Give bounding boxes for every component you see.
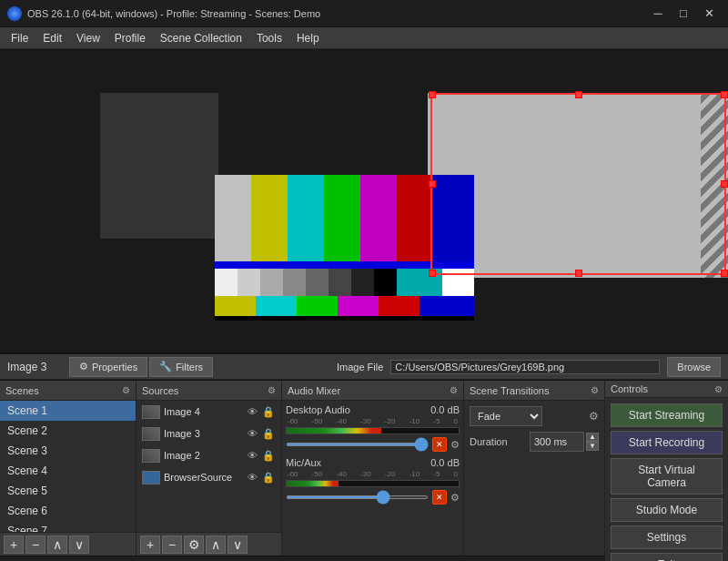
- visibility-toggle-image2[interactable]: 👁: [245, 448, 259, 463]
- transitions-options-icon[interactable]: ⚙: [591, 385, 599, 395]
- visibility-toggle-image4[interactable]: 👁: [245, 404, 259, 419]
- transition-gear-icon[interactable]: ⚙: [589, 410, 599, 423]
- scenes-title: Scenes: [5, 385, 39, 396]
- source-thumb-image2: [142, 449, 160, 463]
- scene-item-7[interactable]: Scene 7: [0, 521, 136, 532]
- start-streaming-button[interactable]: Start Streaming: [611, 403, 723, 427]
- scene-down-button[interactable]: ∨: [69, 536, 89, 554]
- transition-type-select[interactable]: Fade Cut Swipe Slide: [470, 406, 542, 426]
- source-item-browser[interactable]: BrowserSource 👁 🔒: [136, 466, 281, 488]
- desktop-meter-ticks: -60 -50 -40 -30 -20 -10 -5 0: [286, 417, 460, 425]
- start-virtual-camera-button[interactable]: Start Virtual Camera: [611, 458, 723, 495]
- audio-channel-desktop: Desktop Audio 0.0 dB -60 -50 -40 -30 -20…: [286, 404, 460, 452]
- filters-icon: 🔧: [159, 361, 172, 372]
- scenes-panel-header: Scenes ⚙: [0, 381, 136, 401]
- mixer-panel-header: Audio Mixer ⚙: [282, 381, 463, 401]
- scene-item-2[interactable]: Scene 2: [0, 421, 136, 441]
- scene-item-5[interactable]: Scene 5: [0, 481, 136, 501]
- scene-item-6[interactable]: Scene 6: [0, 501, 136, 521]
- menu-help[interactable]: Help: [289, 27, 327, 48]
- scene-list: Scene 1 Scene 2 Scene 3 Scene 4 Scene 5 …: [0, 401, 136, 532]
- source-up-button[interactable]: ∧: [206, 536, 226, 554]
- desktop-volume-slider[interactable]: [286, 443, 429, 446]
- studio-mode-button[interactable]: Studio Mode: [611, 498, 723, 522]
- mic-mute-button[interactable]: ✕: [432, 490, 447, 505]
- title-bar-left: OBS 26.1.0 (64-bit, windows) - Profile: …: [7, 6, 320, 21]
- source-actions-image4: 👁 🔒: [245, 404, 276, 419]
- minimize-button[interactable]: ─: [646, 5, 670, 23]
- properties-gear-icon: ⚙: [79, 361, 88, 372]
- menu-edit[interactable]: Edit: [35, 27, 69, 48]
- properties-tab[interactable]: ⚙ Properties: [69, 357, 147, 377]
- menu-bar: File Edit View Profile Scene Collection …: [0, 27, 728, 49]
- start-recording-button[interactable]: Start Recording: [611, 431, 723, 454]
- svg-rect-17: [238, 269, 260, 296]
- remove-source-button[interactable]: −: [162, 536, 182, 554]
- add-source-button[interactable]: +: [140, 536, 160, 554]
- visibility-toggle-browser[interactable]: 👁: [245, 470, 259, 484]
- mixer-options-icon[interactable]: ⚙: [450, 385, 458, 395]
- scene-up-button[interactable]: ∧: [47, 536, 67, 554]
- source-item-image4[interactable]: Image 4 👁 🔒: [136, 401, 281, 423]
- lock-toggle-image4[interactable]: 🔒: [261, 404, 276, 419]
- source-down-button[interactable]: ∨: [228, 536, 248, 554]
- obs-icon: [7, 6, 22, 21]
- file-path-display: C:/Users/OBS/Pictures/Grey169B.png: [390, 360, 660, 374]
- desktop-vu-fill: [287, 428, 381, 434]
- svg-rect-18: [260, 269, 283, 296]
- source-settings-button[interactable]: ⚙: [184, 536, 204, 554]
- svg-rect-8: [215, 261, 474, 269]
- close-button[interactable]: ✕: [697, 5, 721, 23]
- filters-tab[interactable]: 🔧 Filters: [149, 357, 213, 377]
- browse-button[interactable]: Browse: [667, 357, 721, 377]
- desktop-mute-button[interactable]: ✕: [432, 437, 447, 452]
- controls-options-icon[interactable]: ⚙: [714, 384, 723, 394]
- duration-increment-button[interactable]: ▲: [586, 433, 599, 442]
- menu-view[interactable]: View: [69, 27, 107, 48]
- controls-panel-header: Controls ⚙: [605, 381, 728, 398]
- lock-toggle-image3[interactable]: 🔒: [261, 426, 276, 441]
- maximize-button[interactable]: □: [672, 5, 695, 23]
- sources-options-icon[interactable]: ⚙: [268, 385, 276, 395]
- scenes-panel: Scenes ⚙ Scene 1 Scene 2 Scene 3 Scene 4…: [0, 381, 136, 556]
- svg-rect-7: [433, 175, 474, 261]
- menu-file[interactable]: File: [4, 27, 35, 48]
- menu-scene-collection[interactable]: Scene Collection: [153, 27, 249, 48]
- mixer-title: Audio Mixer: [288, 385, 340, 396]
- duration-input[interactable]: [530, 432, 584, 452]
- scene-item-1[interactable]: Scene 1: [0, 401, 136, 421]
- duration-decrement-button[interactable]: ▼: [586, 442, 599, 451]
- source-item-image2[interactable]: Image 2 👁 🔒: [136, 444, 281, 466]
- menu-profile[interactable]: Profile: [107, 27, 153, 48]
- source-item-image3[interactable]: Image 3 👁 🔒: [136, 423, 281, 444]
- desktop-audio-header: Desktop Audio 0.0 dB: [286, 404, 460, 415]
- desktop-volume-row: ✕ ⚙: [286, 437, 460, 452]
- lock-toggle-browser[interactable]: 🔒: [261, 470, 276, 484]
- svg-rect-6: [397, 175, 433, 261]
- mic-audio-header: Mic/Aux 0.0 dB: [286, 457, 460, 468]
- remove-scene-button[interactable]: −: [25, 536, 46, 554]
- menu-tools[interactable]: Tools: [249, 27, 289, 48]
- svg-rect-26: [215, 316, 474, 321]
- add-scene-button[interactable]: +: [4, 536, 24, 554]
- scenes-options-icon[interactable]: ⚙: [122, 385, 130, 395]
- title-bar-controls: ─ □ ✕: [646, 5, 721, 23]
- mic-volume-slider[interactable]: [286, 495, 429, 499]
- svg-rect-20: [306, 269, 329, 296]
- source-actions-image2: 👁 🔒: [245, 448, 276, 463]
- transitions-content: Fade Cut Swipe Slide ⚙ Duration ▲ ▼: [464, 401, 604, 556]
- lock-toggle-image2[interactable]: 🔒: [261, 448, 276, 463]
- scene-item-4[interactable]: Scene 4: [0, 461, 136, 481]
- controls-title: Controls: [611, 383, 648, 394]
- settings-button[interactable]: Settings: [611, 525, 723, 549]
- sources-footer: + − ⚙ ∧ ∨: [136, 532, 281, 556]
- desktop-vu-meter: [286, 427, 460, 434]
- scene-item-3[interactable]: Scene 3: [0, 441, 136, 461]
- mic-audio-settings-icon[interactable]: ⚙: [450, 492, 460, 504]
- image-file-label: Image File: [337, 362, 383, 372]
- visibility-toggle-image3[interactable]: 👁: [245, 426, 259, 441]
- desktop-audio-settings-icon[interactable]: ⚙: [450, 439, 460, 451]
- svg-rect-19: [283, 269, 306, 296]
- dark-left: [100, 93, 218, 239]
- transitions-panel-header: Scene Transitions ⚙: [464, 381, 604, 401]
